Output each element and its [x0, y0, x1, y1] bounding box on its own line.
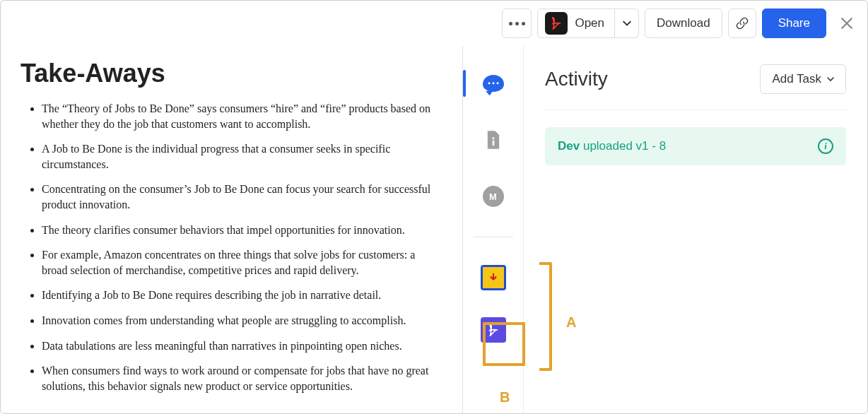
file-info-icon [485, 130, 502, 150]
tab-mury[interactable]: M [463, 179, 524, 214]
add-task-button[interactable]: Add Task [760, 64, 846, 94]
open-dropdown-button[interactable] [615, 8, 639, 38]
download-app-icon [481, 265, 506, 290]
list-item: Data tabulations are less meaningful tha… [42, 338, 438, 354]
activity-header: Activity Add Task [545, 64, 846, 94]
mury-icon: M [483, 186, 504, 207]
activity-panel: Activity Add Task Dev uploaded v1 - 8 i [524, 46, 867, 413]
copy-link-button[interactable] [728, 8, 756, 38]
list-item: The theory clarifies consumer behaviors … [42, 223, 438, 238]
list-item: Identifying a Job to Be Done requires de… [42, 288, 438, 303]
upload-notice[interactable]: Dev uploaded v1 - 8 i [545, 127, 846, 165]
callout-box-b [483, 322, 525, 366]
tab-divider [474, 237, 513, 237]
close-button[interactable] [836, 13, 857, 34]
more-icon [509, 22, 525, 25]
upload-notice-user: Dev [558, 139, 580, 153]
svg-point-0 [492, 137, 494, 139]
list-item: When consumers find ways to work around … [42, 363, 438, 394]
add-task-label: Add Task [772, 72, 821, 86]
list-item: Concentrating on the consumer’s Job to B… [42, 182, 438, 212]
tab-info[interactable] [463, 122, 524, 158]
toolbar: Open Download Share [1, 1, 867, 46]
more-actions-button[interactable] [502, 8, 532, 38]
upload-notice-text: Dev uploaded v1 - 8 [558, 139, 666, 153]
body-area: Take-Aways The “Theory of Jobs to Be Don… [1, 46, 867, 413]
open-button-label: Open [575, 16, 604, 30]
open-button[interactable]: Open [537, 8, 615, 38]
download-button-label: Download [657, 16, 710, 30]
chevron-down-icon [623, 19, 631, 28]
list-item: A Job to Be Done is the individual progr… [42, 141, 438, 172]
tab-activity[interactable] [463, 66, 524, 101]
list-item: The “Theory of Jobs to Be Done” says con… [42, 101, 438, 131]
document-preview: Take-Aways The “Theory of Jobs to Be Don… [1, 46, 463, 413]
link-icon [735, 16, 749, 30]
svg-rect-1 [492, 141, 494, 146]
open-button-group: Open [537, 8, 639, 38]
tab-app-download[interactable] [463, 260, 524, 295]
list-item: For example, Amazon concentrates on thre… [42, 247, 438, 278]
download-button[interactable]: Download [645, 8, 722, 38]
info-icon[interactable]: i [818, 138, 833, 154]
activity-title: Activity [545, 68, 608, 90]
share-button[interactable]: Share [762, 8, 826, 38]
callout-label-a: A [566, 314, 576, 331]
document-bullet-list: The “Theory of Jobs to Be Done” says con… [20, 101, 442, 394]
close-icon [840, 17, 853, 30]
callout-bracket-a [539, 262, 552, 371]
share-button-label: Share [778, 16, 810, 30]
upload-notice-action: uploaded v1 - 8 [583, 139, 666, 153]
divider [545, 110, 846, 110]
chat-icon [483, 75, 504, 92]
adobe-acrobat-icon [545, 12, 568, 35]
list-item: Innovation comes from understanding what… [42, 313, 438, 329]
document-heading: Take-Aways [20, 59, 442, 88]
chevron-down-icon [827, 76, 834, 83]
callout-label-b: B [500, 389, 510, 406]
